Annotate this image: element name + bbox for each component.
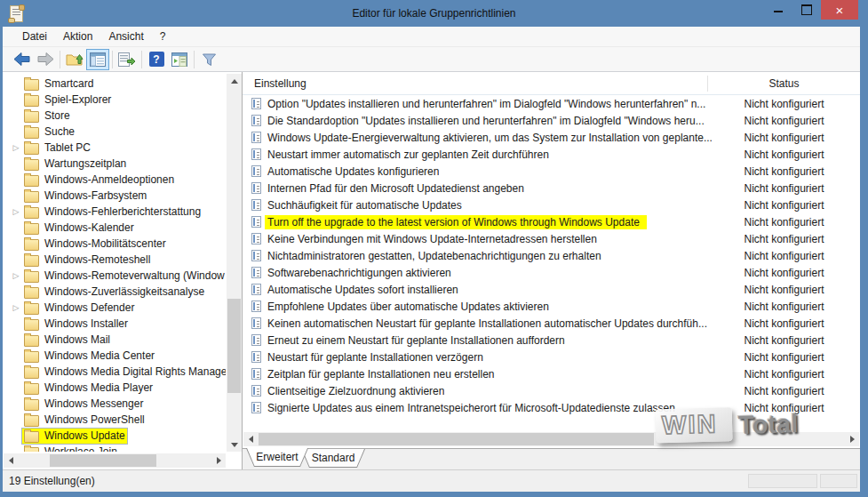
- policy-row[interactable]: Softwarebenachrichtigungen aktivierenNic…: [243, 264, 860, 281]
- chevron-right-icon[interactable]: ▷: [10, 140, 22, 156]
- status-bar: 19 Einstellung(en): [3, 469, 860, 492]
- policy-row[interactable]: Zeitplan für geplante Installationen neu…: [243, 365, 860, 382]
- scroll-right-button[interactable]: [845, 432, 859, 446]
- tree-vertical-scrollbar[interactable]: [227, 74, 242, 452]
- policy-row[interactable]: Neustart immer automatisch zur geplanten…: [243, 146, 860, 163]
- policy-setting-name: Clientseitige Zielzuordnung aktivieren: [267, 385, 444, 397]
- tree-item[interactable]: ▷Windows Defender: [4, 300, 226, 316]
- tree-item[interactable]: Windows-Mobilitätscenter: [4, 236, 226, 252]
- show-console-tree-button[interactable]: [86, 49, 109, 70]
- policy-row[interactable]: Erneut zu einem Neustart für geplante In…: [243, 332, 860, 349]
- folder-icon: [24, 159, 39, 171]
- tree-item[interactable]: Smartcard: [4, 76, 226, 92]
- tree-item[interactable]: Windows-Kalender: [4, 220, 226, 236]
- toolbar-separator: [141, 51, 142, 68]
- up-one-level-button[interactable]: [63, 49, 86, 70]
- policy-row[interactable]: Clientseitige Zielzuordnung aktivierenNi…: [243, 382, 860, 399]
- tree-item[interactable]: Spiel-Explorer: [4, 92, 226, 108]
- tree-item[interactable]: Windows-Remoteshell: [4, 252, 226, 268]
- policy-setting-icon: [251, 284, 261, 295]
- policy-setting-name: Keinen automatischen Neustart für geplan…: [267, 317, 707, 330]
- tree-item[interactable]: Windows Messenger: [4, 396, 226, 412]
- folder-icon: [24, 175, 39, 187]
- back-button[interactable]: [11, 49, 34, 70]
- policy-setting-icon: [251, 199, 261, 211]
- policy-status: Nicht konfiguriert: [707, 385, 861, 397]
- chevron-right-icon[interactable]: ▷: [10, 204, 22, 220]
- menu-datei[interactable]: Datei: [14, 28, 55, 45]
- chevron-right-icon[interactable]: ▷: [10, 300, 22, 316]
- menu-help[interactable]: ?: [152, 28, 174, 45]
- policy-row[interactable]: Turn off the upgrade to the latest versi…: [243, 213, 860, 230]
- action-pane-icon: [171, 52, 187, 67]
- tree-item[interactable]: Store: [4, 108, 226, 124]
- tree-item[interactable]: Workplace Join: [4, 444, 226, 452]
- help-button[interactable]: ?: [145, 49, 168, 70]
- policy-row[interactable]: Keine Verbindungen mit Windows Update-In…: [243, 230, 860, 247]
- tree-item[interactable]: Wartungszeitplan: [4, 156, 226, 172]
- minimize-button[interactable]: [764, 0, 792, 20]
- tree-item[interactable]: Windows Mail: [4, 332, 226, 348]
- scroll-right-button[interactable]: [211, 453, 226, 468]
- tree-item[interactable]: Windows Media Center: [4, 348, 226, 364]
- tree-item[interactable]: Windows Update: [4, 428, 226, 444]
- tree-item-content: Windows Media Center: [22, 349, 156, 364]
- scroll-down-button[interactable]: [227, 437, 242, 452]
- policy-row[interactable]: Signierte Updates aus einem Intranetspei…: [243, 399, 860, 416]
- policy-row[interactable]: Empfohlene Updates über automatische Upd…: [243, 298, 860, 315]
- policy-row[interactable]: Automatische Updates konfigurierenNicht …: [243, 163, 860, 180]
- show-action-pane-button[interactable]: [168, 49, 191, 70]
- tree-item[interactable]: Windows Installer: [4, 316, 226, 332]
- console-tree: SmartcardSpiel-ExplorerStoreSuche▷Tablet…: [4, 76, 226, 452]
- tree-item[interactable]: Windows PowerShell: [4, 412, 226, 428]
- chevron-right-icon[interactable]: ▷: [10, 268, 22, 284]
- tree-horizontal-scrollbar[interactable]: [4, 453, 226, 468]
- menu-ansicht[interactable]: Ansicht: [100, 28, 151, 45]
- tree-item[interactable]: ▷Windows-Fehlerberichterstattung: [4, 204, 226, 220]
- list-horizontal-scrollbar[interactable]: [243, 432, 859, 446]
- forward-icon: [36, 52, 54, 67]
- policy-row[interactable]: Windows Update-Energieverwaltung aktivie…: [243, 129, 860, 146]
- policy-setting-icon: [251, 334, 261, 346]
- scroll-up-button[interactable]: [227, 74, 242, 88]
- policy-row[interactable]: Nichtadministratoren gestatten, Updatebe…: [243, 247, 860, 264]
- tree-item[interactable]: Windows-Farbsystem: [4, 188, 226, 204]
- scroll-right-icon: [850, 436, 855, 443]
- tree-item[interactable]: ▷Tablet PC: [4, 140, 226, 156]
- tree-item-content: Windows-Kalender: [22, 220, 136, 236]
- scroll-left-button[interactable]: [243, 432, 258, 446]
- policy-status: Nicht konfiguriert: [707, 115, 861, 127]
- filter-button[interactable]: [197, 49, 220, 70]
- policy-row[interactable]: Keinen automatischen Neustart für geplan…: [243, 315, 860, 332]
- column-header-status[interactable]: Status: [707, 77, 861, 90]
- close-button[interactable]: ×: [821, 0, 858, 20]
- policy-setting-name: Windows Update-Energieverwaltung aktivie…: [267, 132, 712, 144]
- settings-list-panel: Einstellung Status Option "Updates insta…: [243, 72, 860, 469]
- policy-row[interactable]: Suchhäufigkeit für automatische UpdatesN…: [243, 196, 860, 213]
- policy-row[interactable]: Die Standardoption "Updates installieren…: [243, 112, 860, 129]
- tree-item[interactable]: Windows-Zuverlässigkeitsanalyse: [4, 284, 226, 300]
- tree-item[interactable]: ▷Windows-Remoteverwaltung (Window: [4, 268, 226, 284]
- maximize-button[interactable]: [792, 0, 821, 20]
- tree-item[interactable]: Suche: [4, 124, 226, 140]
- policy-row[interactable]: Neustart für geplante Installationen ver…: [243, 349, 860, 365]
- export-list-button[interactable]: [115, 49, 139, 70]
- column-header-einstellung[interactable]: Einstellung: [254, 77, 307, 90]
- tab-standard[interactable]: Standard: [301, 449, 365, 468]
- policy-row[interactable]: Option "Updates installieren und herunte…: [243, 95, 860, 112]
- tree-item-label: Store: [44, 109, 70, 122]
- forward-button[interactable]: [34, 49, 57, 70]
- scroll-left-button[interactable]: [4, 453, 18, 468]
- tree-item[interactable]: Windows Media Digital Rights Manage: [4, 364, 226, 380]
- menu-aktion[interactable]: Aktion: [55, 28, 100, 45]
- scroll-left-icon: [249, 436, 253, 443]
- folder-icon: [24, 127, 39, 139]
- policy-row[interactable]: Automatische Updates sofort installieren…: [243, 281, 860, 298]
- scrollbar-thumb[interactable]: [227, 299, 241, 393]
- tree-item[interactable]: Windows Media Player: [4, 380, 226, 396]
- scrollbar-thumb[interactable]: [259, 433, 654, 445]
- tab-erweitert[interactable]: Erweitert: [246, 448, 308, 467]
- tree-item[interactable]: Windows-Anmeldeoptionen: [4, 172, 226, 188]
- scrollbar-thumb[interactable]: [50, 454, 156, 467]
- policy-row[interactable]: Internen Pfad für den Microsoft Updatedi…: [243, 180, 860, 196]
